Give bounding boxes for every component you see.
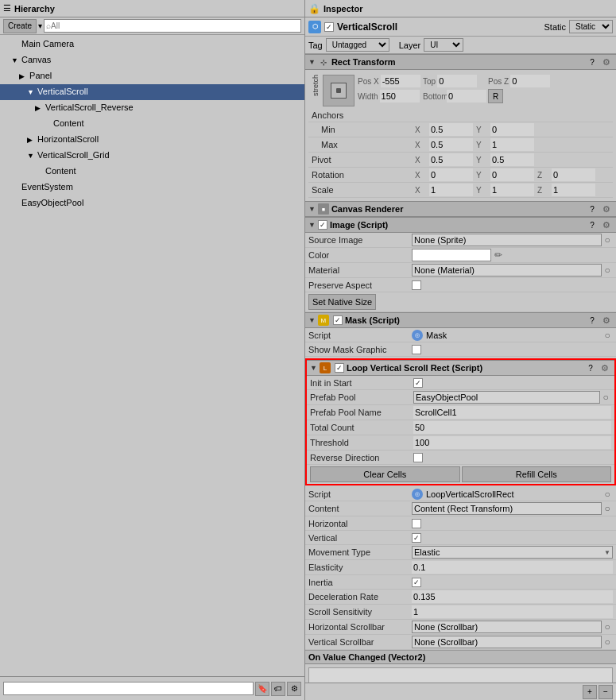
section-arrow: ▼ <box>308 58 316 66</box>
elasticity-input[interactable] <box>412 561 613 574</box>
prefab-pool-dot[interactable]: ○ <box>600 392 611 403</box>
hierarchy-search-bottom[interactable] <box>3 682 254 695</box>
deceleration-input[interactable] <box>412 590 613 603</box>
canvas-help-icon[interactable]: ? <box>586 203 599 215</box>
anchors-label: Anchors <box>312 110 415 120</box>
tag-dropdown[interactable]: Untagged <box>326 38 389 52</box>
init-in-start-checkbox[interactable] <box>413 378 423 388</box>
rot-x-input[interactable] <box>429 168 473 181</box>
prefab-pool-name-input[interactable] <box>413 406 611 419</box>
movement-type-value[interactable]: Elastic ▼ <box>412 546 613 559</box>
tag-filter-button[interactable]: 🏷 <box>271 682 285 696</box>
canvas-renderer-header[interactable]: ▼ ■ Canvas Renderer ? ⚙ <box>305 201 616 217</box>
rot-y-input[interactable] <box>490 168 534 181</box>
h-scrollbar-dot[interactable]: ○ <box>602 621 613 632</box>
preserve-aspect-checkbox[interactable] <box>412 280 421 290</box>
image-enabled-checkbox[interactable] <box>318 220 327 230</box>
image-gear-icon[interactable]: ⚙ <box>600 219 613 231</box>
bottom-input[interactable] <box>447 90 486 102</box>
arrow-icon: ▶ <box>35 102 43 115</box>
width-input[interactable] <box>380 90 420 102</box>
color-swatch[interactable] <box>412 249 491 261</box>
refill-cells-button[interactable]: Refill Cells <box>462 466 612 482</box>
posx-input[interactable] <box>381 75 420 87</box>
settings-button[interactable]: ⚙ <box>287 682 301 696</box>
max-row: Max X Y <box>308 137 613 153</box>
arrow-icon <box>43 118 51 131</box>
rect-help-icon[interactable]: ? <box>586 56 599 68</box>
add-component-minus-btn[interactable]: − <box>599 685 613 699</box>
show-mask-checkbox[interactable] <box>412 345 421 354</box>
rect-gear-icon[interactable]: ⚙ <box>600 56 613 68</box>
v-scrollbar-dot[interactable]: ○ <box>602 636 613 648</box>
tree-item-eventsystem[interactable]: EventSystem <box>0 180 304 195</box>
min-y-input[interactable] <box>490 123 534 136</box>
threshold-input[interactable] <box>413 436 611 449</box>
inertia-checkbox[interactable] <box>412 578 421 587</box>
max-y-input[interactable] <box>490 138 534 151</box>
min-x-input[interactable] <box>429 123 473 136</box>
color-picker-icon[interactable]: ✏ <box>493 249 504 261</box>
image-help-icon[interactable]: ? <box>586 219 599 231</box>
bookmark-button[interactable]: 🔖 <box>255 682 269 696</box>
horizontal-checkbox[interactable] <box>412 519 421 528</box>
scroll-sensitivity-input[interactable] <box>412 605 613 618</box>
reverse-direction-checkbox[interactable] <box>413 453 423 462</box>
tree-item-horizontalscroll[interactable]: ▶ HorizontalScroll <box>0 132 304 148</box>
elasticity-row: Elasticity <box>305 560 616 575</box>
top-input[interactable] <box>437 75 477 87</box>
prefab-pool-value: EasyObjectPool <box>413 391 600 404</box>
content-text: Content (Rect Transform) <box>414 504 513 513</box>
max-x-input[interactable] <box>429 138 473 151</box>
tree-item-panel[interactable]: ▶ Panel <box>0 68 304 84</box>
create-button[interactable]: Create <box>3 19 37 33</box>
loop-script-header[interactable]: ▼ L Loop Vertical Scroll Rect (Script) ?… <box>307 360 614 376</box>
vertical-checkbox[interactable] <box>412 533 421 543</box>
source-image-label: Source Image <box>308 235 412 245</box>
material-label: Material <box>308 265 412 275</box>
posz-input[interactable] <box>510 75 550 87</box>
set-native-size-btn[interactable]: Set Native Size <box>308 294 376 310</box>
pivot-y-input[interactable] <box>490 153 534 166</box>
image-script-header[interactable]: ▼ Image (Script) ? ⚙ <box>305 217 616 233</box>
static-dropdown[interactable]: Static <box>569 20 613 33</box>
search-input[interactable] <box>44 19 301 33</box>
object-enabled-checkbox[interactable] <box>324 22 334 32</box>
tree-item-content-1[interactable]: Content <box>0 116 304 132</box>
total-count-input[interactable] <box>413 421 611 434</box>
mask-help-icon[interactable]: ? <box>586 314 599 327</box>
tree-item-main-camera[interactable]: Main Camera <box>0 37 304 52</box>
loop-script-dot[interactable]: ○ <box>602 489 613 500</box>
rect-transform-header[interactable]: ▼ ⊹ Rect Transform ? ⚙ <box>305 54 616 70</box>
clear-cells-button[interactable]: Clear Cells <box>310 466 460 482</box>
anchor-visual[interactable] <box>323 75 354 106</box>
tree-item-verticalscroll-reverse[interactable]: ▶ VerticalScroll_Reverse <box>0 100 304 116</box>
mask-enabled-checkbox[interactable] <box>333 315 343 325</box>
material-dot[interactable]: ○ <box>602 265 613 276</box>
r-button[interactable]: R <box>488 89 503 103</box>
tree-item-verticalscroll-grid[interactable]: ▼ VerticalScroll_Grid <box>0 148 304 164</box>
loop-help-icon[interactable]: ? <box>584 362 597 374</box>
canvas-gear-icon[interactable]: ⚙ <box>600 203 613 215</box>
scale-y-input[interactable] <box>490 184 534 196</box>
mask-script-dot[interactable]: ○ <box>602 330 613 341</box>
tree-item-content-2[interactable]: Content <box>0 164 304 180</box>
source-image-dot[interactable]: ○ <box>602 234 613 246</box>
inertia-row: Inertia <box>305 575 616 590</box>
scale-x-input[interactable] <box>429 184 473 196</box>
clear-refill-row: Clear Cells Refill Cells <box>307 465 614 484</box>
pivot-x-input[interactable] <box>429 153 473 166</box>
scale-z-input[interactable] <box>552 184 595 196</box>
section-arrow: ▼ <box>308 316 316 324</box>
loop-gear-icon[interactable]: ⚙ <box>599 362 611 374</box>
rot-z-input[interactable] <box>552 168 595 181</box>
content-dot[interactable]: ○ <box>602 503 613 514</box>
tree-item-canvas[interactable]: ▼ Canvas <box>0 52 304 68</box>
layer-dropdown[interactable]: UI <box>424 38 463 52</box>
mask-gear-icon[interactable]: ⚙ <box>600 314 613 327</box>
add-component-plus-btn[interactable]: + <box>583 685 597 699</box>
loop-enabled-checkbox[interactable] <box>335 363 344 373</box>
mask-script-header[interactable]: ▼ M Mask (Script) ? ⚙ <box>305 312 616 328</box>
tree-item-verticalscroll[interactable]: ▼ VerticalScroll <box>0 84 304 100</box>
tree-item-easyobjectpool[interactable]: EasyObjectPool <box>0 195 304 211</box>
